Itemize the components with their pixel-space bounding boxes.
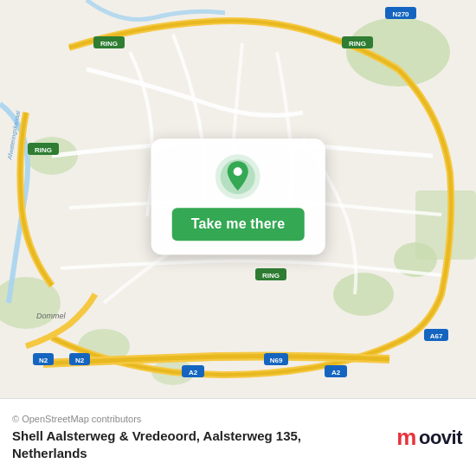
location-pin-icon	[215, 154, 261, 199]
svg-text:N270: N270	[392, 10, 409, 18]
location-name-text: Shell Aalsterweg & Vredeoord, Aalsterweg…	[12, 428, 301, 443]
svg-text:RING: RING	[349, 40, 366, 48]
svg-text:A2: A2	[189, 369, 198, 376]
svg-text:Dommel: Dommel	[36, 312, 67, 320]
osm-credit: © OpenStreetMap contributors	[12, 414, 388, 424]
svg-text:N2: N2	[75, 357, 85, 364]
info-bar: © OpenStreetMap contributors Shell Aalst…	[0, 398, 476, 476]
navigation-card: Take me there	[151, 138, 325, 254]
svg-text:N69: N69	[270, 357, 283, 364]
map-container: RING RING RING RING N270 A2 A2 A67 N69 N…	[0, 0, 476, 398]
svg-point-2	[333, 273, 394, 316]
svg-text:RING: RING	[35, 146, 52, 154]
take-me-there-button[interactable]: Take me there	[172, 208, 305, 241]
location-name: Shell Aalsterweg & Vredeoord, Aalsterweg…	[12, 428, 388, 461]
svg-text:RING: RING	[100, 40, 118, 48]
info-text: © OpenStreetMap contributors Shell Aalst…	[12, 414, 388, 461]
moovit-logo: moovit	[396, 424, 462, 451]
svg-point-35	[234, 167, 242, 176]
svg-text:A67: A67	[430, 332, 443, 340]
osm-credit-text: © OpenStreetMap contributors	[12, 414, 141, 424]
moovit-text: oovit	[419, 427, 462, 449]
svg-text:A2: A2	[331, 369, 341, 376]
svg-text:RING: RING	[262, 272, 280, 280]
location-country-text: Netherlands	[12, 446, 87, 460]
moovit-m-letter: m	[396, 424, 416, 451]
svg-text:N2: N2	[39, 357, 48, 364]
